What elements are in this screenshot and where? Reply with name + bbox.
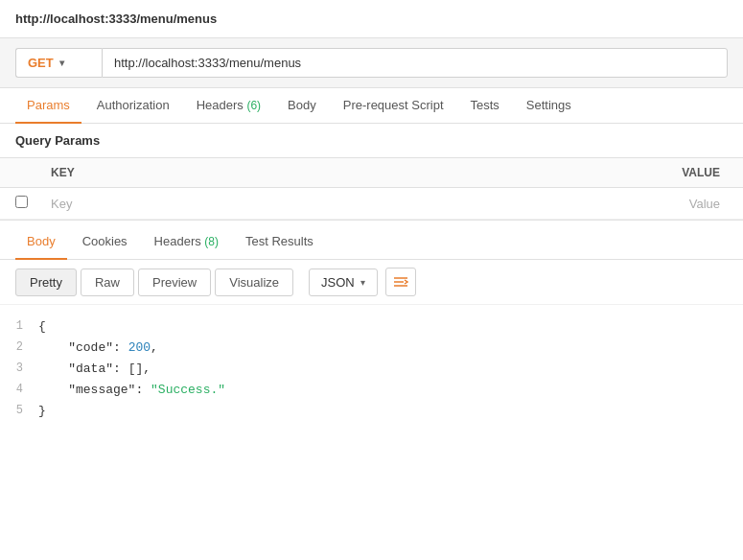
query-params-label: Query Params — [0, 124, 743, 157]
format-chevron-icon: ▾ — [360, 277, 365, 288]
method-chevron-icon: ▾ — [59, 58, 64, 68]
line-content: "code": 200, — [38, 338, 743, 359]
wrap-icon — [393, 275, 408, 289]
line-content: "message": "Success." — [38, 380, 743, 401]
code-token: , — [151, 340, 158, 355]
code-line: 5} — [0, 401, 743, 422]
response-code-area: 1{2 "code": 200,3 "data": [],4 "message"… — [0, 305, 743, 433]
tab-headers[interactable]: Headers (6) — [185, 88, 272, 124]
code-token: "Success." — [151, 383, 225, 397]
tab-pre-request[interactable]: Pre-request Script — [332, 88, 455, 124]
request-tabs: Params Authorization Headers (6) Body Pr… — [0, 88, 743, 124]
code-token: 200 — [128, 340, 151, 355]
col-checkbox — [0, 158, 35, 188]
col-key: KEY — [35, 158, 330, 188]
code-line: 3 "data": [], — [0, 359, 743, 380]
tab-params[interactable]: Params — [15, 88, 81, 124]
value-cell[interactable]: Value — [330, 188, 743, 220]
btn-visualize[interactable]: Visualize — [215, 268, 293, 296]
line-number: 2 — [0, 338, 38, 357]
line-number: 4 — [0, 380, 38, 399]
line-content: "data": [], — [38, 359, 743, 380]
response-toolbar: Pretty Raw Preview Visualize JSON ▾ — [0, 260, 743, 305]
code-line: 2 "code": 200, — [0, 338, 743, 359]
code-token: "code": — [38, 340, 128, 355]
row-checkbox[interactable] — [15, 196, 28, 208]
divider — [0, 220, 743, 221]
code-line: 1{ — [0, 316, 743, 338]
response-tabs: Body Cookies Headers (8) Test Results — [0, 224, 743, 260]
code-token: } — [38, 404, 46, 418]
resp-tab-test-results[interactable]: Test Results — [234, 224, 325, 260]
table-row: Key Value — [0, 188, 743, 220]
resp-headers-badge: (8) — [204, 235, 219, 248]
code-token: "message": — [38, 383, 151, 397]
method-select[interactable]: GET ▾ — [15, 48, 102, 78]
resp-tab-headers[interactable]: Headers (8) — [143, 224, 230, 260]
btn-pretty[interactable]: Pretty — [15, 268, 77, 296]
wrap-button[interactable] — [385, 268, 416, 296]
resp-tab-cookies[interactable]: Cookies — [71, 224, 139, 260]
tab-body[interactable]: Body — [276, 88, 328, 124]
code-token: "data": — [38, 362, 128, 376]
col-value: VALUE — [330, 158, 743, 188]
url-input[interactable] — [102, 48, 728, 78]
page-title: http://localhost:3333/menu/menus — [0, 0, 743, 38]
headers-badge: (6) — [246, 99, 261, 112]
line-number: 3 — [0, 359, 38, 378]
resp-tab-body[interactable]: Body — [15, 224, 67, 260]
line-number: 5 — [0, 401, 38, 420]
code-line: 4 "message": "Success." — [0, 380, 743, 401]
code-token: , — [143, 362, 151, 376]
code-token: [] — [128, 362, 144, 376]
line-content: { — [38, 316, 743, 338]
btn-preview[interactable]: Preview — [138, 268, 211, 296]
method-label: GET — [28, 56, 54, 70]
key-cell[interactable]: Key — [35, 188, 330, 220]
request-bar: GET ▾ — [0, 38, 743, 88]
line-number: 1 — [0, 316, 38, 336]
btn-raw[interactable]: Raw — [81, 268, 134, 296]
tab-authorization[interactable]: Authorization — [85, 88, 181, 124]
format-label: JSON — [321, 275, 355, 290]
tab-settings[interactable]: Settings — [515, 88, 583, 124]
code-token: { — [38, 319, 46, 334]
query-params-table: KEY VALUE Key Value — [0, 157, 743, 220]
tab-tests[interactable]: Tests — [459, 88, 511, 124]
line-content: } — [38, 401, 743, 422]
format-select[interactable]: JSON ▾ — [309, 268, 378, 296]
